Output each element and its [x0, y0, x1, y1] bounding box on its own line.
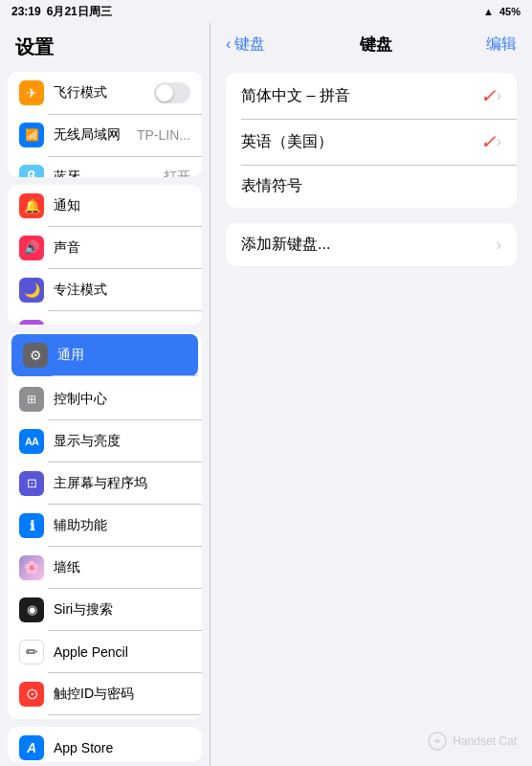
accessibility-icon: ℹ: [19, 513, 44, 538]
sidebar-item-pencil[interactable]: ✏ Apple Pencil: [8, 631, 202, 673]
sidebar-item-general[interactable]: ⚙ 通用: [11, 334, 198, 376]
nav-title: 键盘: [360, 34, 392, 56]
appstore-label: App Store: [54, 740, 113, 755]
notification-icon: 🔔: [19, 193, 44, 218]
chinese-chevron: ›: [497, 87, 501, 104]
keyboard-chinese[interactable]: 简体中文 – 拼音 ✓ ›: [226, 73, 517, 119]
keyboard-english[interactable]: 英语（美国） ✓ ›: [226, 119, 517, 165]
english-checkmark: ✓: [480, 130, 497, 153]
screentime-icon: ⏱: [19, 320, 44, 325]
screentime-label: 屏幕使用时间: [54, 324, 134, 325]
status-date: 6月21日周三: [47, 4, 112, 20]
pencil-label: Apple Pencil: [54, 644, 128, 660]
sidebar-item-siri[interactable]: ◉ Siri与搜索: [8, 589, 202, 631]
wifi-value: TP-LIN...: [137, 127, 190, 143]
status-left: 23:19 6月21日周三: [11, 4, 112, 20]
controlcenter-label: 控制中心: [54, 391, 107, 408]
nav-edit-button[interactable]: 编辑: [486, 34, 517, 55]
wifi-icon: 📶: [19, 123, 44, 147]
status-time: 23:19: [11, 5, 41, 18]
add-keyboard-section: 添加新键盘... ›: [226, 223, 517, 266]
general-icon: ⚙: [23, 343, 48, 368]
homescreen-label: 主屏幕与程序坞: [54, 475, 147, 492]
sidebar: 设置 ✈ 飞行模式 📶 无线局域网 TP-LIN... β 蓝牙 打开: [0, 23, 211, 766]
sidebar-item-screentime[interactable]: ⏱ 屏幕使用时间: [8, 311, 202, 325]
wifi-label: 无线局域网: [54, 126, 121, 144]
sidebar-section-appstore: A App Store: [8, 727, 202, 762]
sidebar-section-notifications: 🔔 通知 🔊 声音 🌙 专注模式 ⏱ 屏幕使用时间: [8, 185, 202, 325]
english-chevron: ›: [497, 133, 501, 150]
sidebar-section-network: ✈ 飞行模式 📶 无线局域网 TP-LIN... β 蓝牙 打开: [8, 72, 202, 177]
status-bar: 23:19 6月21日周三 ▲ 45%: [0, 0, 532, 23]
sidebar-item-airplane[interactable]: ✈ 飞行模式: [8, 72, 202, 114]
sound-label: 声音: [54, 239, 80, 257]
focus-icon: 🌙: [19, 278, 44, 303]
display-label: 显示与亮度: [54, 433, 121, 450]
touchid-icon: ⊙: [19, 682, 44, 707]
watermark-text: Handset Cat: [453, 734, 517, 748]
sidebar-item-homescreen[interactable]: ⊡ 主屏幕与程序坞: [8, 462, 202, 505]
chinese-keyboard-label: 简体中文 – 拼音: [241, 86, 473, 106]
add-keyboard-chevron: ›: [497, 237, 501, 254]
general-label: 通用: [57, 347, 84, 364]
emoji-keyboard-label: 表情符号: [241, 176, 501, 196]
sidebar-item-sound[interactable]: 🔊 声音: [8, 227, 202, 269]
sidebar-item-display[interactable]: AA 显示与亮度: [8, 420, 202, 462]
sidebar-item-wifi[interactable]: 📶 无线局域网 TP-LIN...: [8, 114, 202, 156]
accessibility-label: 辅助功能: [54, 517, 107, 534]
bluetooth-value: 打开: [164, 169, 190, 177]
appstore-icon: A: [19, 735, 44, 760]
status-right: ▲ 45%: [483, 6, 521, 17]
english-keyboard-label: 英语（美国）: [241, 132, 473, 152]
airplane-toggle[interactable]: [154, 82, 190, 103]
siri-label: Siri与搜索: [54, 601, 113, 619]
sidebar-title: 设置: [0, 23, 210, 68]
sidebar-item-controlcenter[interactable]: ⊞ 控制中心: [8, 378, 202, 420]
touchid-label: 触控ID与密码: [54, 686, 134, 703]
homescreen-icon: ⊡: [19, 471, 44, 496]
nav-bar: ‹ 键盘 键盘 编辑: [211, 23, 532, 65]
battery-text: 45%: [499, 6, 521, 17]
keyboards-section: 简体中文 – 拼音 ✓ › 英语（美国） ✓ › 表情符号: [226, 73, 517, 208]
right-panel: ‹ 键盘 键盘 编辑 简体中文 – 拼音 ✓ › 英语（美国） ✓ ›: [211, 23, 532, 766]
sidebar-item-accessibility[interactable]: ℹ 辅助功能: [8, 505, 202, 547]
bluetooth-label: 蓝牙: [54, 169, 80, 177]
focus-label: 专注模式: [54, 282, 107, 299]
watermark-icon: [428, 732, 447, 751]
add-keyboard-item[interactable]: 添加新键盘... ›: [226, 223, 517, 266]
notification-label: 通知: [54, 197, 80, 214]
nav-back-label: 键盘: [234, 34, 265, 55]
toggle-knob: [156, 84, 173, 101]
sidebar-item-notifications[interactable]: 🔔 通知: [8, 185, 202, 227]
sidebar-item-focus[interactable]: 🌙 专注模式: [8, 269, 202, 311]
chevron-left-icon: ‹: [226, 35, 231, 53]
wallpaper-icon: 🌸: [19, 555, 44, 580]
sidebar-section-general: ⚙ 通用 ⊞ 控制中心 AA 显示与亮度 ⊡ 主屏幕与程序坞 ℹ 辅助功能 🌸 …: [8, 332, 202, 720]
chinese-checkmark: ✓: [480, 84, 497, 107]
sidebar-item-wallpaper[interactable]: 🌸 墙纸: [8, 547, 202, 589]
add-keyboard-label: 添加新键盘...: [241, 235, 497, 255]
sidebar-item-touchid[interactable]: ⊙ 触控ID与密码: [8, 673, 202, 715]
sidebar-item-bluetooth[interactable]: β 蓝牙 打开: [8, 156, 202, 177]
watermark: Handset Cat: [428, 732, 517, 751]
content-area: 简体中文 – 拼音 ✓ › 英语（美国） ✓ › 表情符号 添加新键盘... ›: [211, 65, 532, 766]
sound-icon: 🔊: [19, 236, 44, 260]
airplane-icon: ✈: [19, 80, 44, 105]
wallpaper-label: 墙纸: [54, 559, 80, 576]
controlcenter-icon: ⊞: [19, 387, 44, 412]
bluetooth-icon: β: [19, 165, 44, 177]
keyboard-emoji[interactable]: 表情符号: [226, 165, 517, 208]
main-layout: 设置 ✈ 飞行模式 📶 无线局域网 TP-LIN... β 蓝牙 打开: [0, 23, 532, 766]
nav-back-button[interactable]: ‹ 键盘: [226, 34, 265, 55]
sidebar-item-appstore[interactable]: A App Store: [8, 727, 202, 762]
airplane-label: 飞行模式: [54, 84, 107, 101]
wifi-icon: ▲: [483, 6, 494, 17]
display-icon: AA: [19, 429, 44, 454]
sidebar-item-battery[interactable]: 🔋 电池: [8, 715, 202, 720]
siri-icon: ◉: [19, 597, 44, 622]
pencil-icon: ✏: [19, 640, 44, 665]
